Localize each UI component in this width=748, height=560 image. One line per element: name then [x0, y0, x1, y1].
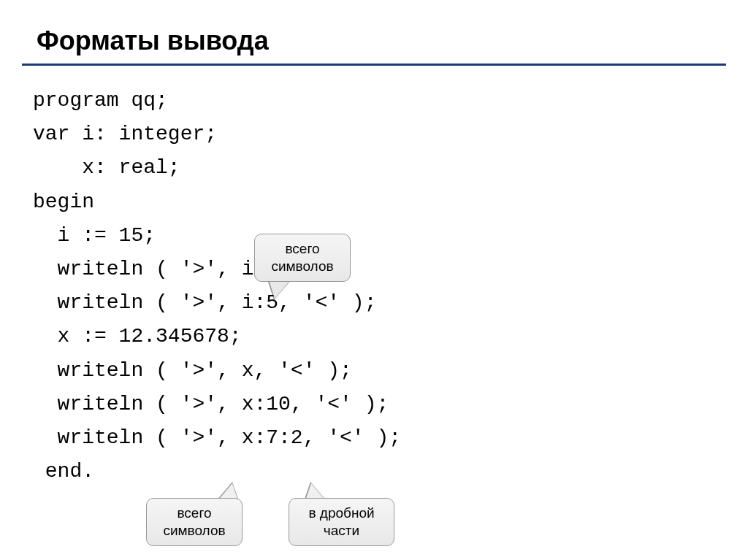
- code-line: writeln ( '>', x:7:2, '<' );: [33, 421, 748, 455]
- callout-total-chars: всего символов: [254, 234, 351, 282]
- callout-total-chars: всего символов: [146, 498, 243, 546]
- code-line: writeln ( '>', i, '<' );: [33, 253, 748, 286]
- code-block: program qq; var i: integer; x: real; beg…: [0, 66, 748, 488]
- slide-title: Форматы вывода: [0, 0, 748, 64]
- code-line: writeln ( '>', x, '<' );: [33, 354, 748, 388]
- code-line: program qq;: [33, 84, 748, 118]
- code-line: writeln ( '>', i:5, '<' );: [33, 286, 748, 320]
- callout-tail: [269, 280, 291, 299]
- code-line: var i: integer;: [33, 118, 748, 151]
- code-line: end.: [33, 455, 748, 488]
- code-line: i := 15;: [33, 219, 748, 253]
- code-line: x := 12.345678;: [33, 320, 748, 353]
- code-line: writeln ( '>', x:10, '<' );: [33, 388, 748, 421]
- callout-fractional-part: в дробной части: [289, 498, 394, 546]
- code-line: begin: [33, 185, 748, 219]
- code-line: x: real;: [33, 151, 748, 185]
